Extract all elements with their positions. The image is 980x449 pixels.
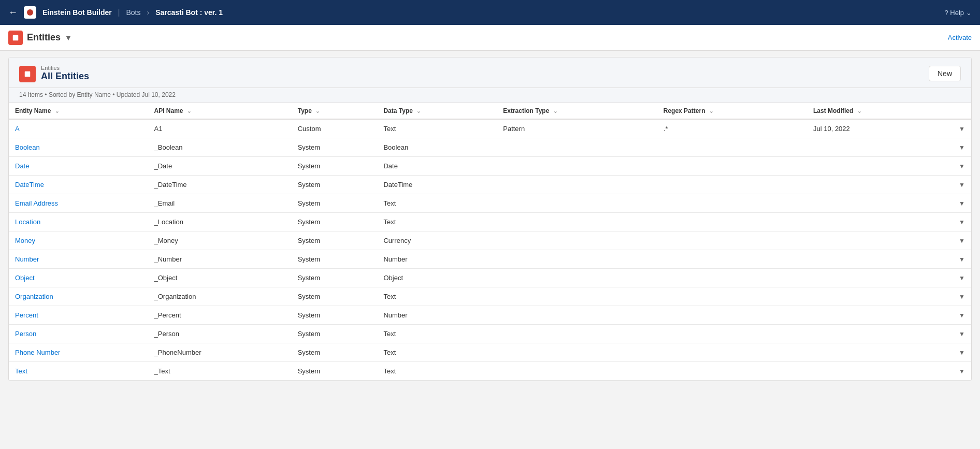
- data-type-sort-icon[interactable]: ⌄: [416, 108, 421, 114]
- table-row: Organization_OrganizationSystemText▼: [9, 287, 971, 306]
- regex-pattern-cell: [657, 362, 807, 381]
- row-action-cell: ▼: [953, 138, 971, 157]
- row-action-cell: ▼: [953, 269, 971, 287]
- api-name-cell: _Date: [148, 157, 292, 176]
- data-type-cell: Text: [377, 194, 497, 213]
- col-last-modified[interactable]: Last Modified ⌄: [807, 103, 953, 119]
- entity-name-link[interactable]: A: [15, 125, 20, 133]
- regex-sort-icon[interactable]: ⌄: [709, 108, 713, 114]
- table-row: Person_PersonSystemText▼: [9, 325, 971, 343]
- extraction-type-cell: [497, 287, 657, 306]
- card-title: All Entities: [41, 71, 89, 82]
- entity-name-link[interactable]: Money: [15, 237, 35, 244]
- help-button[interactable]: ? Help ⌄: [944, 9, 972, 17]
- entity-name-cell: Organization: [9, 287, 148, 306]
- extraction-type-cell: [497, 194, 657, 213]
- table-row: Boolean_BooleanSystemBoolean▼: [9, 138, 971, 157]
- new-button[interactable]: New: [929, 66, 961, 81]
- last-modified-sort-icon[interactable]: ⌄: [857, 108, 861, 114]
- entity-name-link[interactable]: Person: [15, 330, 36, 338]
- entity-name-link[interactable]: Organization: [15, 293, 53, 300]
- row-action-button[interactable]: ▼: [959, 219, 965, 226]
- entity-name-link[interactable]: Object: [15, 274, 35, 282]
- row-action-button[interactable]: ▼: [959, 144, 965, 151]
- row-action-button[interactable]: ▼: [959, 293, 965, 300]
- entity-name-link[interactable]: Location: [15, 218, 40, 226]
- extraction-type-cell: Pattern: [497, 119, 657, 138]
- bots-label[interactable]: Bots: [126, 8, 140, 17]
- row-action-button[interactable]: ▼: [959, 368, 965, 375]
- last-modified-cell: [807, 176, 953, 194]
- app-name-label: Einstein Bot Builder: [42, 8, 112, 17]
- entity-name-cell: DateTime: [9, 176, 148, 194]
- last-modified-cell: [807, 362, 953, 381]
- table-header: Entity Name ⌄ API Name ⌄ Type ⌄ Data T: [9, 103, 971, 119]
- entity-name-link[interactable]: Number: [15, 255, 39, 263]
- extraction-type-cell: [497, 269, 657, 287]
- nav-separator: |: [118, 8, 120, 17]
- table-row: Text_TextSystemText▼: [9, 362, 971, 381]
- entity-name-sort-icon[interactable]: ⌄: [55, 108, 59, 114]
- entity-name-link[interactable]: Phone Number: [15, 349, 60, 356]
- type-cell: System: [292, 343, 378, 362]
- row-action-cell: ▼: [953, 287, 971, 306]
- row-action-button[interactable]: ▼: [959, 256, 965, 263]
- extraction-type-cell: [497, 362, 657, 381]
- row-action-button[interactable]: ▼: [959, 330, 965, 338]
- row-action-cell: ▼: [953, 176, 971, 194]
- api-name-sort-icon[interactable]: ⌄: [187, 108, 191, 114]
- type-cell: System: [292, 157, 378, 176]
- last-modified-cell: [807, 343, 953, 362]
- row-action-cell: ▼: [953, 157, 971, 176]
- row-action-button[interactable]: ▼: [959, 200, 965, 207]
- col-api-name[interactable]: API Name ⌄: [148, 103, 292, 119]
- regex-pattern-cell: [657, 343, 807, 362]
- col-type[interactable]: Type ⌄: [292, 103, 378, 119]
- extraction-type-cell: [497, 231, 657, 250]
- svg-rect-2: [25, 71, 31, 77]
- table-row: Object_ObjectSystemObject▼: [9, 269, 971, 287]
- card-breadcrumb: Entities: [41, 65, 89, 71]
- regex-pattern-cell: [657, 157, 807, 176]
- card-header: Entities All Entities New: [9, 57, 971, 88]
- sub-header: Entities ▼ Activate: [0, 25, 980, 51]
- col-extraction-type[interactable]: Extraction Type ⌄: [497, 103, 657, 119]
- type-cell: System: [292, 325, 378, 343]
- back-button[interactable]: ←: [8, 7, 18, 18]
- table-header-row: Entity Name ⌄ API Name ⌄ Type ⌄ Data T: [9, 103, 971, 119]
- col-entity-name[interactable]: Entity Name ⌄: [9, 103, 148, 119]
- card-subtitle: 14 Items • Sorted by Entity Name • Updat…: [9, 88, 971, 103]
- entity-name-link[interactable]: Date: [15, 162, 29, 170]
- api-name-cell: _Boolean: [148, 138, 292, 157]
- row-action-button[interactable]: ▼: [959, 274, 965, 282]
- bot-name-label: Sarcasti Bot : ver. 1: [155, 8, 223, 17]
- last-modified-cell: [807, 269, 953, 287]
- entity-name-link[interactable]: Percent: [15, 311, 38, 319]
- regex-pattern-cell: [657, 194, 807, 213]
- col-data-type[interactable]: Data Type ⌄: [377, 103, 497, 119]
- table-body: AA1CustomTextPattern.*Jul 10, 2022▼Boole…: [9, 119, 971, 381]
- col-regex-pattern[interactable]: Regex Pattern ⌄: [657, 103, 807, 119]
- svg-point-0: [27, 9, 33, 16]
- help-chevron-icon: ⌄: [966, 9, 972, 17]
- api-name-cell: _Object: [148, 269, 292, 287]
- row-action-button[interactable]: ▼: [959, 181, 965, 189]
- entity-name-link[interactable]: Boolean: [15, 143, 40, 151]
- sub-header-chevron-icon[interactable]: ▼: [65, 34, 72, 42]
- row-action-button[interactable]: ▼: [959, 163, 965, 170]
- col-actions: [953, 103, 971, 119]
- extraction-type-sort-icon[interactable]: ⌄: [553, 108, 557, 114]
- entity-name-cell: Person: [9, 325, 148, 343]
- row-action-button[interactable]: ▼: [959, 312, 965, 319]
- row-action-button[interactable]: ▼: [959, 349, 965, 356]
- card-icon: [19, 66, 36, 82]
- entity-name-link[interactable]: Email Address: [15, 199, 58, 207]
- type-sort-icon[interactable]: ⌄: [315, 108, 320, 114]
- entity-name-link[interactable]: DateTime: [15, 181, 44, 189]
- activate-button[interactable]: Activate: [948, 34, 972, 41]
- row-action-button[interactable]: ▼: [959, 125, 965, 133]
- row-action-button[interactable]: ▼: [959, 237, 965, 244]
- entity-name-link[interactable]: Text: [15, 367, 27, 375]
- entity-name-cell: Number: [9, 250, 148, 269]
- table-row: Phone Number_PhoneNumberSystemText▼: [9, 343, 971, 362]
